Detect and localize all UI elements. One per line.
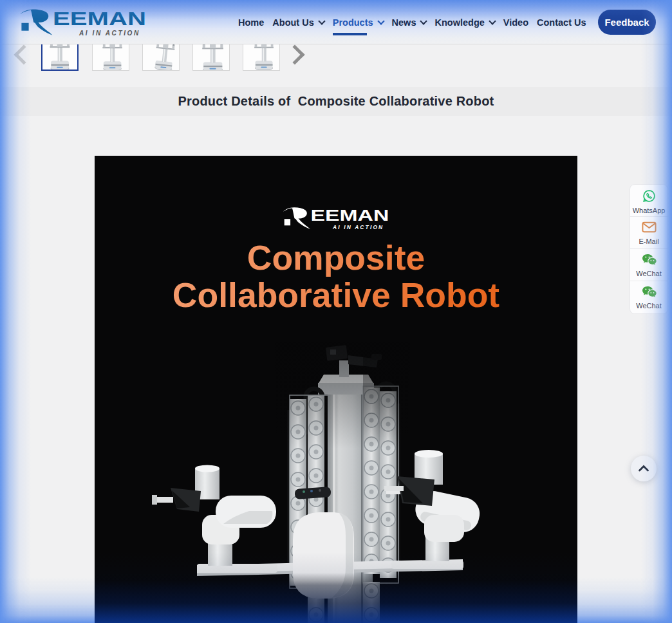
svg-text:EEMAN: EEMAN (311, 207, 389, 224)
svg-text:EEMAN: EEMAN (53, 9, 146, 29)
svg-text:AI IN ACTION: AI IN ACTION (79, 30, 140, 37)
svg-text:AI IN ACTION: AI IN ACTION (332, 224, 384, 230)
